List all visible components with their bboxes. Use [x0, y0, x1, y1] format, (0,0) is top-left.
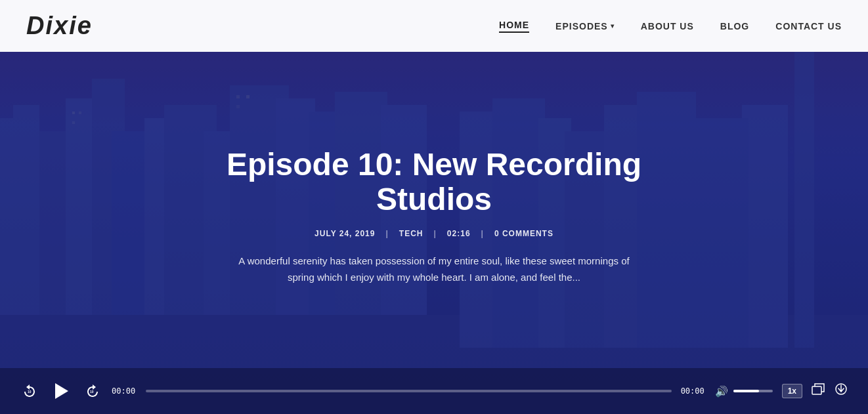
download-button[interactable]: [834, 383, 848, 400]
episode-category: TECH: [399, 229, 423, 238]
svg-rect-35: [812, 386, 821, 394]
episode-date: JULY 24, 2019: [315, 229, 375, 238]
end-time: 00:00: [681, 386, 706, 396]
meta-sep-1: |: [385, 229, 388, 238]
share-icon: [812, 383, 825, 396]
header: Dixie HOME EPISODES ▾ ABOUT US BLOG CONT…: [0, 0, 868, 52]
episode-duration: 02:16: [447, 229, 471, 238]
rewind-icon: 10: [22, 384, 37, 398]
svg-marker-33: [55, 383, 68, 399]
hero-section: Episode 10: New Recording Studios JULY 2…: [0, 0, 868, 414]
speed-button[interactable]: 1x: [782, 384, 802, 398]
episode-comments: 0 COMMENTS: [494, 229, 553, 238]
logo[interactable]: Dixie: [26, 12, 93, 40]
main-nav: HOME EPISODES ▾ ABOUT US BLOG CONTACT US: [499, 20, 842, 33]
volume-section: 🔊: [715, 385, 773, 398]
share-button[interactable]: [812, 383, 825, 400]
play-icon: [51, 381, 71, 401]
svg-text:10: 10: [28, 390, 32, 394]
episode-meta: JULY 24, 2019 | TECH | 02:16 | 0 COMMENT…: [165, 229, 703, 238]
volume-slider[interactable]: [733, 390, 773, 392]
episode-title: Episode 10: New Recording Studios: [165, 148, 703, 217]
current-time: 00:00: [112, 386, 137, 396]
nav-contact[interactable]: CONTACT US: [775, 21, 842, 31]
nav-home[interactable]: HOME: [499, 20, 529, 33]
episode-description: A wonderful serenity has taken possessio…: [230, 253, 638, 286]
meta-sep-2: |: [434, 229, 437, 238]
forward-icon: 10: [85, 384, 100, 398]
nav-about[interactable]: ABOUT US: [641, 21, 694, 31]
volume-fill: [733, 390, 759, 392]
play-button[interactable]: [49, 379, 74, 404]
download-icon: [834, 383, 848, 397]
volume-icon[interactable]: 🔊: [715, 385, 728, 398]
svg-text:10: 10: [90, 390, 94, 394]
forward-button[interactable]: 10: [83, 381, 102, 401]
audio-player: 10 10 00:00 00:00 🔊: [0, 368, 868, 414]
meta-sep-3: |: [481, 229, 484, 238]
nav-blog[interactable]: BLOG: [720, 21, 749, 31]
rewind-button[interactable]: 10: [20, 381, 39, 401]
nav-episodes[interactable]: EPISODES ▾: [555, 21, 615, 31]
hero-content: Episode 10: New Recording Studios JULY 2…: [139, 148, 729, 306]
progress-bar[interactable]: [146, 390, 672, 392]
chevron-down-icon: ▾: [611, 22, 615, 30]
